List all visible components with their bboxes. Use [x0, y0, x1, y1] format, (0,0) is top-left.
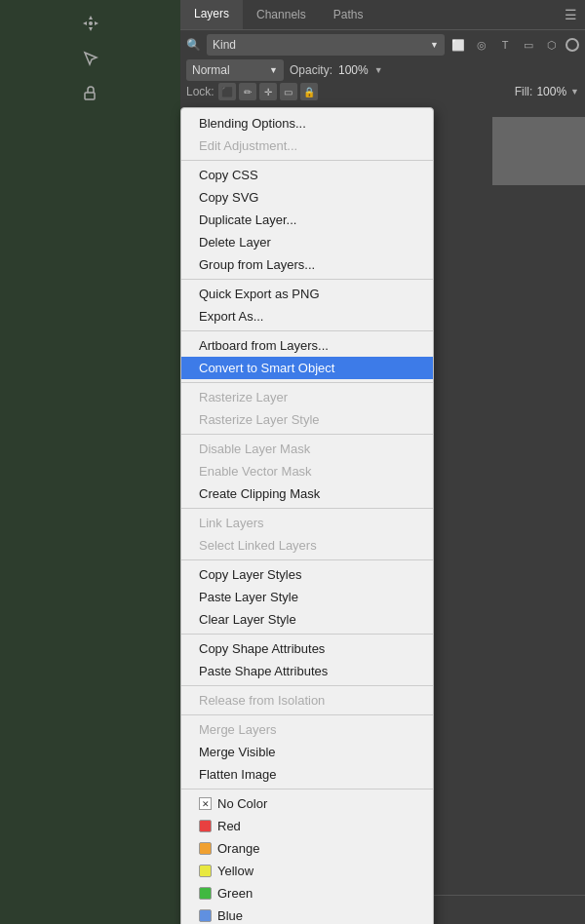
menu-item-create-clipping-mask[interactable]: Create Clipping Mask	[181, 482, 433, 505]
lock-fill-row: Lock: ⬛ ✏ ✛ ▭ 🔒 Fill: 100% ▼	[186, 83, 579, 100]
menu-item-label-color-orange: Orange	[217, 841, 259, 856]
search-row: 🔍 Kind ▼ ⬜ ◎ T ▭ ⬡	[186, 34, 579, 56]
kind-select[interactable]: Kind ▼	[207, 34, 445, 56]
fill-value[interactable]: 100%	[536, 85, 566, 98]
blend-opacity-row: Normal ▼ Opacity: 100% ▼	[186, 59, 579, 81]
tab-paths[interactable]: Paths	[320, 0, 377, 29]
menu-item-convert-smart-object[interactable]: Convert to Smart Object	[181, 357, 433, 379]
menu-item-color-red[interactable]: Red	[181, 815, 433, 837]
filter-shape-icon[interactable]: ▭	[519, 35, 538, 55]
swatch-color-green	[199, 887, 212, 900]
kind-label: Kind	[213, 38, 236, 52]
menu-item-color-none[interactable]: ✕No Color	[181, 792, 433, 815]
menu-item-disable-layer-mask: Disable Layer Mask	[181, 438, 433, 460]
filter-icons: ⬜ ◎ T ▭ ⬡	[448, 35, 562, 55]
filter-adjust-icon[interactable]: ◎	[472, 35, 491, 55]
menu-item-enable-vector-mask: Enable Vector Mask	[181, 460, 433, 482]
separator-2	[181, 160, 433, 161]
menu-item-color-orange[interactable]: Orange	[181, 837, 433, 860]
swatch-color-orange	[199, 842, 212, 855]
menu-item-color-yellow[interactable]: Yellow	[181, 860, 433, 882]
selection-tool-icon[interactable]	[77, 45, 104, 72]
fill-chevron[interactable]: ▼	[570, 87, 579, 96]
lock-label: Lock:	[186, 85, 214, 98]
menu-item-link-layers: Link Layers	[181, 512, 433, 534]
menu-item-paste-shape-attributes[interactable]: Paste Shape Attributes	[181, 660, 433, 682]
tab-bar: Layers Channels Paths ☰	[180, 0, 585, 30]
separator-24	[181, 559, 433, 560]
menu-item-quick-export-png[interactable]: Quick Export as PNG	[181, 283, 433, 305]
opacity-label: Opacity:	[290, 63, 332, 77]
lock-artboard-btn[interactable]: ▭	[280, 83, 297, 100]
menu-item-edit-adjustment: Edit Adjustment...	[181, 135, 433, 157]
transform-tool-icon[interactable]	[77, 80, 104, 107]
opacity-value[interactable]: 100%	[338, 63, 369, 77]
move-tool-icon[interactable]	[77, 10, 104, 37]
blend-chevron: ▼	[269, 65, 278, 75]
menu-item-export-as[interactable]: Export As...	[181, 305, 433, 327]
search-icon: 🔍	[186, 38, 201, 52]
kind-chevron: ▼	[430, 40, 439, 50]
menu-item-color-blue[interactable]: Blue	[181, 905, 433, 924]
menu-item-group-from-layers[interactable]: Group from Layers...	[181, 253, 433, 276]
tab-channels[interactable]: Channels	[243, 0, 320, 29]
menu-item-delete-layer[interactable]: Delete Layer	[181, 231, 433, 253]
swatch-color-yellow	[199, 865, 212, 877]
fill-label: Fill:	[515, 85, 533, 98]
menu-item-paste-layer-style[interactable]: Paste Layer Style	[181, 586, 433, 608]
lock-all-btn[interactable]: 🔒	[300, 83, 318, 100]
menu-item-label-color-green: Green	[217, 886, 253, 901]
separator-14	[181, 382, 433, 383]
lock-position-btn[interactable]: ✛	[259, 83, 277, 100]
menu-item-label-color-none: No Color	[217, 796, 267, 811]
context-menu: Blending Options...Edit Adjustment...Cop…	[180, 107, 434, 924]
svg-rect-0	[85, 93, 95, 99]
swatch-color-red	[199, 820, 212, 832]
swatch-color-blue	[199, 909, 212, 922]
menu-item-duplicate-layer[interactable]: Duplicate Layer...	[181, 209, 433, 231]
separator-28	[181, 634, 433, 635]
filter-type-icon[interactable]: T	[495, 35, 515, 55]
blend-mode-select[interactable]: Normal ▼	[186, 59, 284, 81]
menu-item-label-color-blue: Blue	[217, 908, 243, 923]
menu-item-rasterize-layer-style: Rasterize Layer Style	[181, 408, 433, 431]
menu-item-copy-layer-styles[interactable]: Copy Layer Styles	[181, 563, 433, 586]
lock-icons: ⬛ ✏ ✛ ▭ 🔒	[218, 83, 318, 100]
tab-layers[interactable]: Layers	[180, 0, 243, 29]
lock-transparent-btn[interactable]: ⬛	[218, 83, 236, 100]
menu-item-rasterize-layer: Rasterize Layer	[181, 386, 433, 408]
filter-smart-icon[interactable]: ⬡	[542, 35, 562, 55]
menu-item-label-color-yellow: Yellow	[217, 864, 254, 878]
menu-item-merge-visible[interactable]: Merge Visible	[181, 741, 433, 763]
menu-item-copy-shape-attributes[interactable]: Copy Shape Attributes	[181, 637, 433, 660]
layer-thumbnail	[492, 117, 585, 185]
menu-item-color-green[interactable]: Green	[181, 882, 433, 905]
blend-mode-label: Normal	[192, 63, 230, 77]
separator-8	[181, 279, 433, 280]
menu-item-artboard-from-layers[interactable]: Artboard from Layers...	[181, 334, 433, 357]
lock-paint-btn[interactable]: ✏	[239, 83, 256, 100]
menu-item-copy-svg[interactable]: Copy SVG	[181, 186, 433, 209]
menu-item-clear-layer-style[interactable]: Clear Layer Style	[181, 608, 433, 631]
menu-item-select-linked-layers: Select Linked Layers	[181, 534, 433, 557]
separator-31	[181, 685, 433, 686]
separator-11	[181, 330, 433, 331]
menu-item-label-color-red: Red	[217, 819, 241, 833]
layers-panel: Layers Channels Paths ☰ 🔍 Kind ▼ ⬜ ◎ T ▭…	[180, 0, 585, 924]
menu-item-copy-css[interactable]: Copy CSS	[181, 164, 433, 186]
filter-toggle[interactable]	[566, 38, 579, 52]
menu-item-flatten-image[interactable]: Flatten Image	[181, 763, 433, 786]
menu-item-release-from-isolation: Release from Isolation	[181, 689, 433, 712]
separator-17	[181, 434, 433, 435]
separator-37	[181, 789, 433, 789]
separator-21	[181, 508, 433, 509]
panel-menu-icon[interactable]: ☰	[565, 7, 577, 22]
swatch-color-none: ✕	[199, 797, 212, 810]
filter-pixel-icon[interactable]: ⬜	[448, 35, 468, 55]
layers-controls: 🔍 Kind ▼ ⬜ ◎ T ▭ ⬡ Normal ▼ Opacity: 100…	[180, 30, 585, 104]
left-toolbar	[0, 0, 180, 924]
separator-33	[181, 714, 433, 715]
menu-item-merge-layers: Merge Layers	[181, 718, 433, 741]
menu-item-blending-options[interactable]: Blending Options...	[181, 112, 433, 135]
opacity-chevron[interactable]: ▼	[374, 65, 383, 75]
